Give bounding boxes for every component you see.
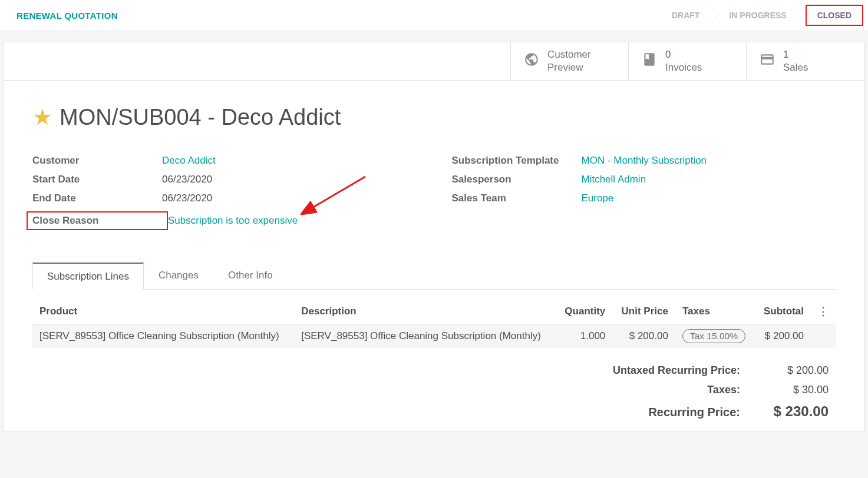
sales-count: 1 [783, 48, 808, 61]
cell-subtotal: $ 200.00 [755, 324, 811, 348]
sales-label: Sales [783, 61, 808, 74]
tab-other-info[interactable]: Other Info [213, 262, 288, 289]
col-subtotal[interactable]: Subtotal [755, 299, 811, 324]
col-quantity[interactable]: Quantity [556, 299, 612, 324]
status-closed[interactable]: CLOSED [806, 5, 863, 26]
col-taxes[interactable]: Taxes [675, 299, 755, 324]
status-arrow-icon [797, 5, 806, 26]
end-date-value: 06/23/2020 [162, 192, 212, 204]
taxes-label: Taxes: [707, 384, 740, 396]
sales-team-value[interactable]: Europe [582, 192, 614, 204]
col-unit-price[interactable]: Unit Price [612, 299, 675, 324]
invoices-label: Invoices [665, 61, 702, 74]
stat-buttons-row: Customer Preview 0 Invoices 1 Sales [4, 42, 864, 81]
cell-description: [SERV_89553] Office Cleaning Subscriptio… [294, 324, 556, 348]
invoices-button[interactable]: 0 Invoices [628, 42, 746, 80]
title-row: ★ MON/SUB004 - Deco Addict [32, 104, 836, 130]
status-bar: DRAFT IN PROGRESS CLOSED [661, 5, 863, 26]
top-bar: RENEWAL QUOTATION DRAFT IN PROGRESS CLOS… [0, 0, 868, 31]
end-date-label: End Date [32, 192, 162, 204]
table-row[interactable]: [SERV_89553] Office Cleaning Subscriptio… [32, 324, 836, 348]
tax-pill: Tax 15.00% [682, 329, 745, 343]
col-description[interactable]: Description [294, 299, 556, 324]
recurring-label: Recurring Price: [648, 406, 740, 419]
status-draft[interactable]: DRAFT [661, 5, 710, 26]
cell-quantity: 1.000 [556, 324, 612, 348]
customer-value[interactable]: Deco Addict [162, 155, 216, 167]
recurring-value: $ 230.00 [770, 403, 829, 420]
fields-row: Customer Deco Addict Start Date 06/23/20… [32, 151, 836, 234]
sales-team-label: Sales Team [452, 192, 582, 204]
status-in-progress[interactable]: IN PROGRESS [718, 5, 797, 26]
totals: Untaxed Recurring Price: $ 200.00 Taxes:… [32, 364, 836, 420]
globe-icon [524, 52, 539, 71]
preview-label1: Customer [547, 48, 591, 61]
start-date-value: 06/23/2020 [162, 174, 212, 185]
cell-unit-price: $ 200.00 [612, 324, 675, 348]
fields-right-col: Subscription Template MON - Monthly Subs… [452, 151, 836, 234]
template-label: Subscription Template [452, 155, 582, 167]
customer-label: Customer [32, 155, 162, 167]
kebab-menu-icon[interactable]: ⋮ [818, 306, 829, 317]
close-reason-value[interactable]: Subscription is too expensive [168, 215, 298, 227]
form-container: Customer Preview 0 Invoices 1 Sales [4, 42, 864, 432]
col-product[interactable]: Product [32, 299, 294, 324]
fields-left-col: Customer Deco Addict Start Date 06/23/20… [32, 151, 417, 234]
renewal-quotation-button[interactable]: RENEWAL QUOTATION [16, 11, 118, 21]
tab-changes[interactable]: Changes [144, 262, 213, 289]
sales-button[interactable]: 1 Sales [746, 42, 864, 80]
card-icon [760, 52, 775, 71]
form-body: ★ MON/SUB004 - Deco Addict Customer Deco… [4, 81, 864, 431]
lines-table: Product Description Quantity Unit Price … [32, 299, 836, 348]
tabs: Subscription Lines Changes Other Info [32, 262, 836, 290]
cell-product: [SERV_89553] Office Cleaning Subscriptio… [32, 324, 294, 348]
untaxed-label: Untaxed Recurring Price: [613, 364, 740, 377]
start-date-label: Start Date [32, 174, 162, 185]
salesperson-value[interactable]: Mitchell Admin [582, 174, 646, 185]
star-icon[interactable]: ★ [32, 104, 52, 130]
untaxed-value: $ 200.00 [770, 364, 829, 377]
taxes-value: $ 30.00 [770, 384, 829, 396]
close-reason-label: Close Reason [27, 211, 168, 230]
status-arrow-icon [710, 5, 718, 26]
salesperson-label: Salesperson [452, 174, 582, 185]
customer-preview-button[interactable]: Customer Preview [510, 42, 628, 80]
record-title: MON/SUB004 - Deco Addict [60, 105, 341, 130]
invoices-count: 0 [665, 48, 702, 61]
template-value[interactable]: MON - Monthly Subscription [582, 155, 707, 167]
book-icon [642, 52, 657, 71]
cell-taxes: Tax 15.00% [675, 324, 755, 348]
tab-subscription-lines[interactable]: Subscription Lines [32, 263, 144, 290]
preview-label2: Preview [547, 61, 591, 74]
